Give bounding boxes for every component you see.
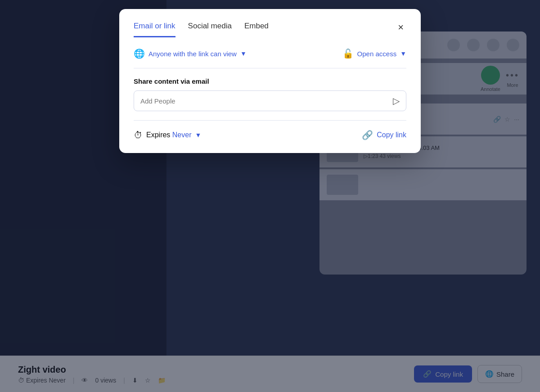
open-access-dropdown[interactable]: 🔓 Open access ▼ [342,48,406,59]
access-anyone-chevron: ▼ [240,50,247,57]
divider-1 [134,68,406,68]
send-icon: ▷ [393,95,400,106]
tab-social-media[interactable]: Social media [188,22,232,37]
divider-2 [134,120,406,121]
expires-icon: ⏱ [134,130,143,140]
add-people-input[interactable] [140,97,389,105]
anyone-access-dropdown[interactable]: 🌐 Anyone with the link can view ▼ [134,48,247,59]
email-input-row[interactable]: ▷ [134,90,406,111]
expires-text: Expires Never [146,131,192,139]
copy-link-modal-button[interactable]: 🔗 Copy link [362,130,406,140]
modal-header: Email or link Social media Embed × [134,22,406,37]
share-modal: Email or link Social media Embed × 🌐 Any… [119,9,421,153]
tab-email-or-link[interactable]: Email or link [134,22,176,37]
expires-row: ⏱ Expires Never ▼ 🔗 Copy link [134,130,406,140]
access-open-label: Open access [357,50,397,58]
lock-icon: 🔓 [342,48,354,59]
globe-icon: 🌐 [134,48,145,59]
access-row: 🌐 Anyone with the link can view ▼ 🔓 Open… [134,48,406,59]
modal-backdrop: Email or link Social media Embed × 🌐 Any… [0,0,540,392]
send-button[interactable]: ▷ [393,95,400,106]
tab-embed[interactable]: Embed [244,22,269,37]
close-button[interactable]: × [395,22,406,33]
expires-dropdown[interactable]: ⏱ Expires Never ▼ [134,130,201,140]
access-anyone-label: Anyone with the link can view [148,50,237,58]
email-section-label: Share content via email [134,77,406,85]
open-access-chevron: ▼ [400,50,406,57]
copy-link-icon: 🔗 [362,130,373,140]
expires-chevron: ▼ [195,131,202,139]
